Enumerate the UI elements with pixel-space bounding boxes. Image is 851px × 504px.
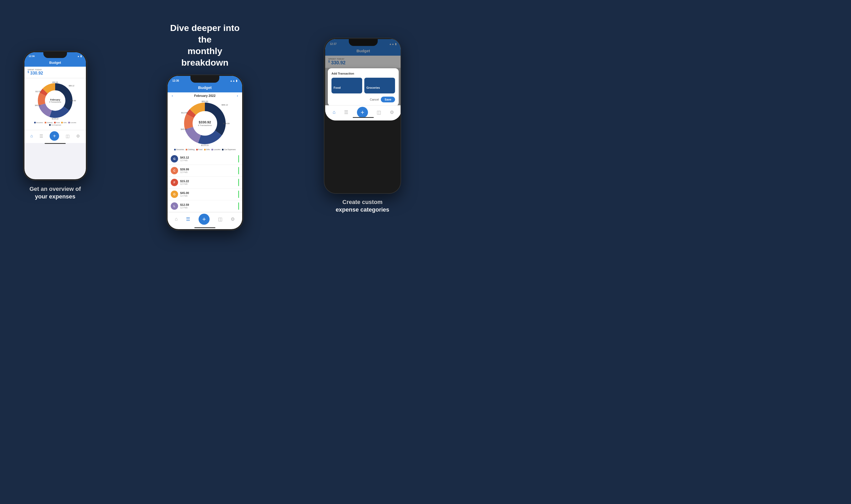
spent-amount-left: $ 330.92 [28, 71, 83, 76]
transaction-info-1: $43.12 12 Feb [180, 156, 236, 162]
notch-left [43, 52, 67, 58]
left-phone: 12:36 ▲ ▮ Budget SPENT TODAY $ 330.92 [24, 51, 87, 180]
legend-item-car: Car Expenses [49, 124, 61, 126]
wifi-icon-center: ▲▲ [230, 79, 235, 82]
tab-list-left[interactable]: ☰ [39, 133, 43, 139]
tab-list-center[interactable]: ☰ [186, 216, 190, 222]
nav-bar-center: Budget [167, 84, 242, 92]
transaction-item-1[interactable]: G $43.12 12 Feb [167, 153, 242, 165]
transaction-list-center: G $43.12 12 Feb C $39.99 12 Feb [167, 153, 242, 212]
right-phone: 12:37 ▲▲ ▮ Budget SPENT TODAY $ 330.92 [324, 38, 401, 193]
transaction-info-3: $15.22 12 Feb [180, 180, 236, 185]
modal-cat-groceries[interactable]: Groceries [364, 78, 395, 93]
modal-cat-food[interactable]: Food [332, 78, 362, 93]
tab-add-left[interactable]: + [50, 131, 59, 141]
chart-area-center: ‹ February 2022 › [167, 92, 242, 153]
tab-list-right[interactable]: ☰ [344, 109, 348, 115]
battery-icon-left: ▮ [81, 55, 82, 57]
home-indicator-left [45, 143, 66, 144]
transaction-bar-2 [238, 167, 239, 174]
tab-home-left[interactable]: ⌂ [31, 133, 33, 138]
tab-bell-left[interactable]: ◫ [66, 133, 70, 139]
caption-right: Create custom expense categories [336, 198, 389, 213]
caption-left: Get an overview of your expenses [30, 185, 81, 200]
home-indicator-center [194, 227, 215, 228]
modal-categories: Food Groceries [332, 78, 395, 93]
nav-bar-left: Budget [24, 59, 86, 67]
legend-dot-car [49, 124, 51, 126]
page-container: 12:36 ▲ ▮ Budget SPENT TODAY $ 330.92 [11, 8, 415, 244]
status-icons-center: ▲▲ ▮ [230, 79, 237, 82]
donut-center-center: $330.92 8 Transactions [198, 120, 212, 127]
tab-bell-right[interactable]: ◫ [377, 109, 381, 115]
status-icons-left: ▲ ▮ [77, 55, 82, 57]
transaction-bar-4 [238, 191, 239, 198]
tab-gear-center[interactable]: ⚙ [231, 216, 235, 222]
legend-left: Groceries Clothing Food Gifts [26, 120, 84, 127]
month-nav-center: ‹ February 2022 › [169, 94, 241, 98]
transaction-bar-1 [238, 155, 239, 162]
transaction-item-5[interactable]: L $12.59 12 Feb [167, 200, 242, 212]
legend-dot-food [54, 122, 56, 123]
donut-container-left: February 8 Transactions $50.00 $68.12 $3… [35, 81, 75, 120]
center-heading: Dive deeper into the monthly breakdown [163, 22, 247, 69]
tab-bell-center[interactable]: ◫ [218, 216, 223, 222]
tab-bar-right: ⌂ ☰ + ◫ ⚙ [325, 105, 401, 121]
transaction-bar-3 [238, 179, 239, 186]
transaction-info-5: $12.59 12 Feb [180, 203, 236, 209]
month-prev-arrow[interactable]: ‹ [172, 94, 173, 98]
battery-icon-center: ▮ [236, 79, 237, 82]
modal-title: Add Transaction [332, 72, 395, 75]
month-next-arrow[interactable]: › [237, 94, 238, 98]
transaction-info-4: $45.00 12 Feb [180, 191, 236, 197]
tab-add-right[interactable]: + [357, 107, 368, 118]
legend-dot-clothing [45, 122, 46, 123]
donut-center-left: February 8 Transactions [49, 98, 61, 103]
tab-add-center[interactable]: + [198, 214, 210, 225]
transaction-item-3[interactable]: F $15.22 12 Feb [167, 177, 242, 188]
tab-bar-center: ⌂ ☰ + ◫ ⚙ [167, 212, 242, 227]
legend-item-groceries: Groceries [34, 122, 43, 123]
modal-save-button[interactable]: Save [381, 96, 395, 102]
transaction-item-2[interactable]: C $39.99 12 Feb [167, 165, 242, 177]
time-left: 12:36 [29, 55, 35, 57]
legend-item-gifts: Gifts [61, 122, 67, 123]
home-indicator-right [353, 117, 374, 118]
avatar-4: G [171, 191, 178, 198]
donut-labels-center: $330.92 8 Transactions $50.00 $68.12 $39… [181, 100, 229, 147]
tab-gear-right[interactable]: ⚙ [390, 109, 394, 115]
legend-dot-groceries [34, 122, 36, 123]
donut-container-center: $330.92 8 Transactions $50.00 $68.12 $39… [181, 100, 229, 147]
transaction-item-4[interactable]: G $45.00 12 Feb [167, 188, 242, 200]
tab-home-right[interactable]: ⌂ [333, 109, 335, 115]
add-transaction-modal: Add Transaction Food Groceries Cancel Sa… [328, 68, 399, 106]
right-phone-section: 12:37 ▲▲ ▮ Budget SPENT TODAY $ 330.92 [318, 38, 407, 213]
avatar-5: L [171, 202, 178, 210]
center-section: Dive deeper into the monthly breakdown 1… [163, 22, 247, 230]
avatar-1: G [171, 155, 178, 162]
legend-item-luxuries: Luxuries [68, 122, 76, 123]
center-phone: 12:36 ▲▲ ▮ Budget ‹ February 2022 › [167, 75, 243, 230]
time-center: 12:36 [172, 79, 179, 82]
donut-labels-left: February 8 Transactions $50.00 $68.12 $3… [35, 81, 75, 120]
avatar-3: F [171, 179, 178, 186]
legend-center: Groceries Clothing Food Gifts [173, 147, 237, 152]
modal-actions: Cancel Save [332, 96, 395, 102]
transaction-info-2: $39.99 12 Feb [180, 168, 236, 174]
transaction-bar-5 [238, 202, 239, 210]
spent-section-left: SPENT TODAY $ 330.92 [24, 67, 86, 78]
chart-area-left: February 8 Transactions $50.00 $68.12 $3… [24, 78, 86, 130]
legend-dot-gifts [61, 122, 63, 123]
avatar-2: C [171, 167, 178, 174]
tab-gear-left[interactable]: ⚙ [76, 133, 80, 139]
tab-home-center[interactable]: ⌂ [175, 216, 178, 222]
spent-label-left: SPENT TODAY [28, 69, 83, 71]
legend-item-food: Food [54, 122, 60, 123]
wifi-icon-left: ▲ [77, 55, 79, 57]
tab-bar-left: ⌂ ☰ + ◫ ⚙ [24, 130, 86, 143]
left-phone-section: 12:36 ▲ ▮ Budget SPENT TODAY $ 330.92 [18, 51, 92, 200]
legend-item-clothing: Clothing [45, 122, 53, 123]
modal-cancel-button[interactable]: Cancel [370, 98, 379, 101]
legend-dot-luxuries [68, 122, 70, 123]
notch-center [191, 76, 219, 83]
